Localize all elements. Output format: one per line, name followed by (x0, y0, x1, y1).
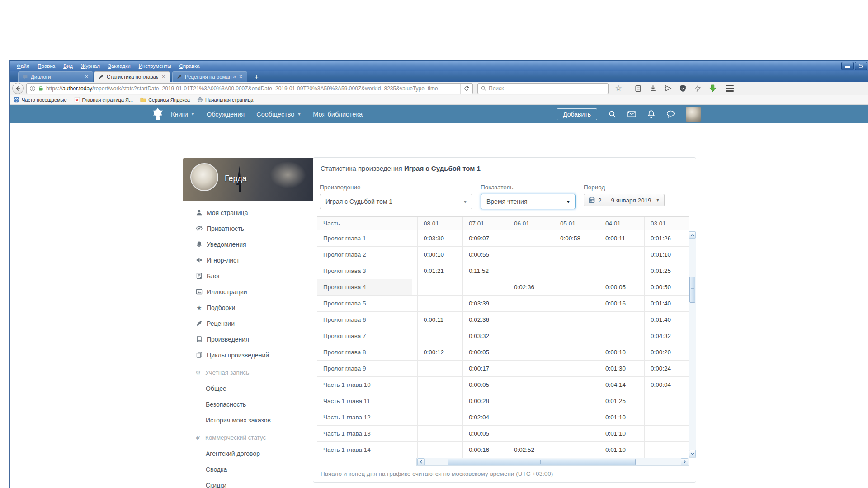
nav-link-1[interactable]: Обсуждения (207, 111, 245, 118)
nav-link-3[interactable]: Моя библиотека (313, 111, 363, 118)
sidebar-item-label: Блог (207, 272, 220, 280)
nav-link-0[interactable]: Книги▼ (171, 111, 195, 118)
menu-item-0[interactable]: Файл (14, 62, 33, 70)
scroll-down-button[interactable] (689, 450, 696, 457)
value-cell: 0:00:12 (418, 344, 463, 360)
chevron-down-icon: ▼ (297, 112, 301, 117)
https-lock-icon[interactable] (38, 85, 44, 91)
back-button[interactable] (12, 83, 24, 94)
reload-icon (463, 85, 470, 92)
sidebar-item-0[interactable]: Моя страница (183, 205, 314, 221)
send-tab-icon[interactable] (662, 83, 673, 94)
bookmark-item-2[interactable]: Сервисы Яндекса (140, 97, 190, 103)
tab-2[interactable]: Рецензия на роман «Играя с...× (172, 71, 247, 82)
lightning-icon[interactable] (692, 83, 703, 94)
menu-item-6[interactable]: Справка (176, 62, 203, 70)
menu-item-2[interactable]: Вид (60, 62, 76, 70)
profile-banner[interactable]: Герда (183, 158, 314, 201)
nav-label: Моя библиотека (313, 111, 363, 118)
value-cell (554, 247, 599, 263)
sidebar-item-5[interactable]: Иллюстрации (183, 284, 314, 300)
metric-select[interactable]: Время чтения ▼ (481, 194, 576, 209)
table-vertical-scrollbar[interactable] (689, 231, 696, 458)
restore-button[interactable] (855, 62, 867, 70)
sidebar-subitem-0-0[interactable]: Общее (183, 380, 314, 396)
sidebar-subitem-1-0[interactable]: Агентский договор (183, 446, 314, 461)
chapter-cell: Часть 1 глава 10 (317, 377, 412, 393)
frequent-icon (14, 97, 19, 103)
value-cell: 0:03:30 (418, 230, 463, 246)
work-select[interactable]: Играя с Судьбой том 1 ▼ (320, 194, 472, 209)
sidebar-item-6[interactable]: ★Подборки (183, 300, 314, 315)
chapter-cell: Пролог глава 3 (317, 263, 412, 279)
sidebar-item-2[interactable]: Уведомления (183, 236, 314, 252)
minimize-button[interactable] (841, 62, 854, 70)
value-cell (554, 296, 599, 311)
table-row-3: Пролог глава 40:02:360:00:050:00:50 (317, 279, 689, 296)
sidebar-subitem-1-1[interactable]: Сводка (183, 461, 314, 477)
tab-close-icon[interactable]: × (161, 74, 166, 80)
bookmark-item-1[interactable]: ЯГлавная страница Я... (74, 97, 133, 103)
menu-item-1[interactable]: Правка (34, 62, 58, 70)
scroll-left-button[interactable] (417, 458, 425, 465)
new-tab-button[interactable]: + (251, 72, 262, 81)
vertical-scroll-thumb[interactable] (689, 277, 695, 303)
sidebar-item-8[interactable]: Произведения (183, 331, 314, 347)
notifications-bell-icon[interactable] (647, 110, 656, 118)
value-cell: 0:00:05 (463, 426, 508, 441)
url-input[interactable]: https://author.today/report/work/stats?s… (26, 83, 473, 94)
sidebar-subitem-1-2[interactable]: Скидки (183, 477, 314, 488)
tab-1[interactable]: Статистика по главам× (94, 71, 170, 82)
menu-hamburger-icon[interactable] (726, 85, 734, 92)
sidebar-item-3[interactable]: Игнор-лист (183, 252, 314, 268)
comments-icon[interactable] (666, 110, 675, 118)
menu-item-5[interactable]: Инструменты (136, 62, 175, 70)
bookmark-item-3[interactable]: Начальная страница (197, 97, 253, 103)
period-button[interactable]: 2 — 9 января 2019 ▼ (584, 194, 665, 206)
value-cell: 0:01:10 (599, 442, 645, 458)
messages-icon[interactable] (627, 110, 636, 118)
search-input[interactable] (489, 85, 605, 92)
downloads-icon[interactable] (647, 83, 658, 94)
site-logo[interactable] (150, 107, 165, 122)
pocket-icon[interactable] (632, 83, 643, 94)
table-horizontal-scrollbar[interactable] (416, 458, 689, 466)
reload-button[interactable] (460, 84, 470, 94)
bookmark-item-0[interactable]: Часто посещаемые (14, 97, 67, 103)
site-search-icon[interactable] (608, 110, 617, 118)
profile-name: Герда (225, 174, 247, 183)
menu-item-3[interactable]: Журнал (78, 62, 103, 70)
bookmark-star-icon[interactable]: ☆ (613, 83, 624, 94)
scroll-right-button[interactable] (681, 458, 688, 465)
sidebar-item-9[interactable]: Циклы произведений (183, 347, 314, 363)
section-title-label: Учетная запись (205, 369, 249, 376)
tab-close-icon[interactable]: × (238, 74, 243, 80)
sidebar-item-7[interactable]: Рецензии (183, 315, 314, 331)
sidebar-subitem-0-1[interactable]: Безопасность (183, 396, 314, 412)
scroll-up-button[interactable] (689, 231, 696, 239)
nav-label: Книги (171, 111, 188, 118)
value-cell (645, 442, 689, 458)
sidebar-subitem-0-2[interactable]: История моих заказов (183, 412, 314, 428)
sidebar-item-4[interactable]: Блог (183, 268, 314, 284)
menu-item-4[interactable]: Закладки (105, 62, 134, 70)
nav-link-2[interactable]: Сообщество▼ (256, 111, 301, 118)
value-cell: 0:00:11 (599, 230, 645, 246)
horizontal-scroll-thumb[interactable] (448, 459, 636, 465)
profile-avatar[interactable] (190, 163, 218, 191)
section-title-1: ₽Коммерческий статус (183, 430, 314, 446)
savefrom-arrow-icon[interactable] (707, 83, 718, 94)
chevron-down-icon: ▼ (463, 199, 467, 204)
value-cell (645, 426, 689, 441)
add-button[interactable]: Добавить (557, 108, 597, 120)
user-avatar[interactable] (686, 107, 701, 122)
tab-close-icon[interactable]: × (84, 74, 89, 80)
page-info-icon[interactable] (29, 85, 36, 92)
adblock-shield-icon[interactable] (677, 83, 688, 94)
table-row-5: Пролог глава 60:00:110:02:360:01:40 (317, 312, 689, 328)
tab-0[interactable]: Диалоги× (18, 71, 93, 82)
value-cell: 0:00:05 (463, 344, 508, 360)
sidebar-item-1[interactable]: Приватность (183, 221, 314, 236)
search-box[interactable] (477, 83, 609, 94)
bookmark-label: Часто посещаемые (22, 97, 67, 103)
